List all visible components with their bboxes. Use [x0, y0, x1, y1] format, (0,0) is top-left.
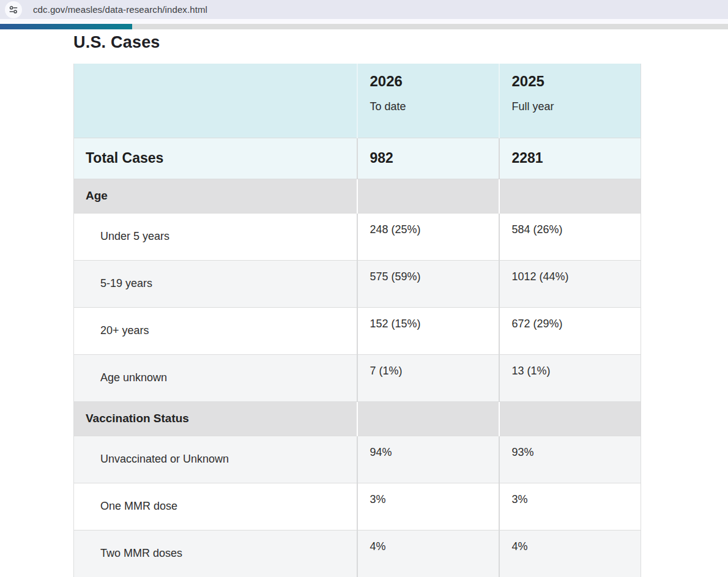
cell-value: 2281 — [499, 138, 641, 179]
cell-value: 248 (25%) — [357, 213, 499, 260]
page-title: U.S. Cases — [73, 32, 728, 52]
total-cases-row: Total Cases 982 2281 — [74, 138, 641, 179]
row-label: Age unknown — [74, 354, 357, 401]
header-year-2026: 2026 — [370, 73, 499, 90]
scroll-progress-fill — [0, 24, 132, 29]
cell-empty — [499, 179, 641, 213]
header-sub-2026: To date — [370, 100, 499, 113]
cell-value: 982 — [357, 138, 499, 179]
cell-value: 584 (26%) — [499, 213, 641, 260]
row-label: Unvaccinated or Unknown — [74, 436, 357, 483]
scroll-progress-bar — [0, 24, 728, 29]
header-year-2025: 2025 — [512, 73, 641, 90]
page-content: U.S. Cases 2026 To date 2025 Full year T… — [0, 32, 728, 577]
section-label: Vaccination Status — [74, 401, 357, 436]
row-label: Total Cases — [74, 138, 357, 179]
row-label: Under 5 years — [74, 213, 357, 260]
us-cases-table: 2026 To date 2025 Full year Total Cases … — [73, 64, 641, 577]
cell-value: 93% — [499, 436, 641, 483]
row-label: 20+ years — [74, 307, 357, 354]
cell-empty — [499, 401, 641, 436]
table-row: Two MMR doses 4% 4% — [74, 530, 641, 577]
cell-value: 4% — [499, 530, 641, 577]
table-row: One MMR dose 3% 3% — [74, 483, 641, 530]
header-blank-cell — [74, 64, 357, 138]
header-2025-cell: 2025 Full year — [499, 64, 641, 138]
header-2026-cell: 2026 To date — [357, 64, 499, 138]
section-header-age: Age — [74, 179, 641, 213]
header-sub-2025: Full year — [512, 100, 641, 113]
table-row: Age unknown 7 (1%) 13 (1%) — [74, 354, 641, 401]
cell-value: 672 (29%) — [499, 307, 641, 354]
row-label: One MMR dose — [74, 483, 357, 530]
cell-value: 4% — [357, 530, 499, 577]
cell-value: 1012 (44%) — [499, 260, 641, 307]
cell-value: 3% — [499, 483, 641, 530]
table-header-row: 2026 To date 2025 Full year — [74, 64, 641, 138]
cell-value: 94% — [357, 436, 499, 483]
cell-value: 7 (1%) — [357, 354, 499, 401]
row-label: 5-19 years — [74, 260, 357, 307]
cell-value: 575 (59%) — [357, 260, 499, 307]
cell-empty — [357, 401, 499, 436]
page-top-strip — [0, 19, 728, 24]
site-info-button[interactable] — [5, 1, 22, 18]
tune-icon — [8, 4, 19, 15]
cell-value: 3% — [357, 483, 499, 530]
url-text[interactable]: cdc.gov/measles/data-research/index.html — [33, 4, 207, 15]
table-row: Unvaccinated or Unknown 94% 93% — [74, 436, 641, 483]
cell-value: 152 (15%) — [357, 307, 499, 354]
cell-value: 13 (1%) — [499, 354, 641, 401]
table-row: 5-19 years 575 (59%) 1012 (44%) — [74, 260, 641, 307]
table-row: Under 5 years 248 (25%) 584 (26%) — [74, 213, 641, 260]
cell-empty — [357, 179, 499, 213]
browser-address-bar[interactable]: cdc.gov/measles/data-research/index.html — [0, 0, 728, 19]
section-header-vaccination-status: Vaccination Status — [74, 401, 641, 436]
row-label: Two MMR doses — [74, 530, 357, 577]
table-row: 20+ years 152 (15%) 672 (29%) — [74, 307, 641, 354]
section-label: Age — [74, 179, 357, 213]
